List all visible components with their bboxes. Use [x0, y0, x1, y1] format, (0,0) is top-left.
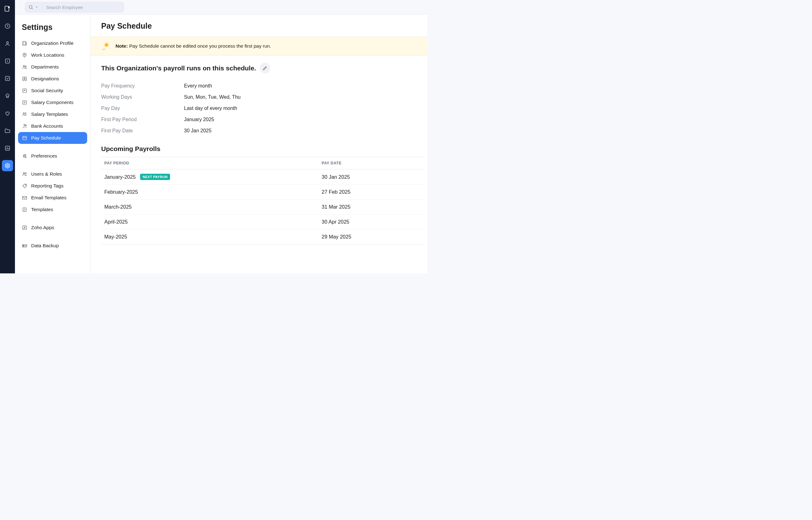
svg-point-17 [23, 113, 24, 114]
next-payrun-badge: NEXT PAYRUN [140, 174, 170, 180]
note-label: Note: [115, 43, 128, 49]
sidebar-item-label: Salary Templates [31, 111, 68, 117]
detail-label: Working Days [101, 94, 184, 100]
table-header: PAY PERIOD PAY DATE [101, 157, 424, 170]
sidebar-item-label: Bank Accounts [31, 123, 63, 129]
detail-row: First Pay Period January 2025 [101, 114, 417, 125]
search-input[interactable] [46, 5, 121, 10]
svg-point-19 [24, 124, 26, 126]
employees-icon[interactable] [2, 38, 13, 49]
svg-rect-5 [5, 76, 9, 80]
sidebar-item-zoho-apps[interactable]: Zoho Apps [18, 222, 87, 234]
pay-period: May-2025 [104, 234, 127, 240]
detail-row: Working Days Sun, Mon, Tue, Wed, Thu [101, 92, 417, 103]
note-text: Pay Schedule cannot be edited once you p… [129, 43, 271, 49]
documents-icon[interactable] [2, 125, 13, 136]
detail-label: Pay Frequency [101, 83, 184, 89]
svg-point-8 [29, 6, 32, 8]
sidebar-item-label: Data Backup [31, 243, 59, 249]
pay-date: 29 May 2025 [322, 234, 421, 240]
sidebar-item-social-security[interactable]: Social Security [18, 85, 87, 97]
svg-point-25 [23, 173, 25, 174]
pay-period: January-2025 [104, 174, 136, 180]
lightbulb-icon [101, 42, 110, 51]
sidebar-item-users-roles[interactable]: Users & Roles [18, 168, 87, 180]
sidebar-item-salary-templates[interactable]: Salary Templates [18, 108, 87, 120]
svg-rect-21 [23, 136, 26, 140]
sidebar-item-departments[interactable]: Departments [18, 61, 87, 73]
sidebar-item-organization-profile[interactable]: Organization Profile [18, 37, 87, 49]
sidebar-item-label: Organization Profile [31, 41, 74, 46]
sidebar-item-templates[interactable]: Templates [18, 204, 87, 215]
icon-rail [0, 0, 15, 274]
pay-period: February-2025 [104, 189, 138, 195]
table-row: March-202531 Mar 2025 [101, 200, 424, 214]
detail-row: Pay Day Last day of every month [101, 103, 417, 114]
svg-point-7 [7, 165, 8, 166]
sidebar-item-label: Users & Roles [31, 171, 62, 177]
sidebar-item-label: Social Security [31, 88, 63, 94]
payrolls-table: PAY PERIOD PAY DATE January-2025NEXT PAY… [101, 157, 424, 244]
svg-point-11 [23, 66, 25, 67]
sidebar-item-designations[interactable]: Designations [18, 73, 87, 85]
detail-value: 30 Jan 2025 [184, 128, 211, 134]
sidebar-item-label: Preferences [31, 153, 57, 159]
search-container[interactable] [25, 2, 124, 12]
sidebar-item-email-templates[interactable]: Email Templates [18, 192, 87, 204]
pay-period: April-2025 [104, 219, 128, 225]
detail-value: Every month [184, 83, 212, 89]
detail-row: First Pay Date 30 Jan 2025 [101, 125, 417, 136]
chevron-down-icon[interactable] [35, 6, 38, 9]
search-icon [28, 5, 33, 10]
app-logo-icon[interactable] [2, 3, 13, 14]
note-banner: Note: Pay Schedule cannot be edited once… [90, 37, 427, 55]
svg-point-12 [25, 66, 26, 67]
benefits-icon[interactable] [2, 108, 13, 119]
sidebar-item-label: Zoho Apps [31, 225, 54, 230]
sidebar-item-label: Templates [31, 207, 53, 212]
detail-value: Sun, Mon, Tue, Wed, Thu [184, 94, 241, 100]
svg-point-34 [23, 246, 24, 246]
approvals-icon[interactable] [2, 73, 13, 84]
table-row: January-2025NEXT PAYRUN30 Jan 2025 [101, 170, 424, 185]
sidebar-item-reporting-tags[interactable]: Reporting Tags [18, 180, 87, 192]
payruns-icon[interactable] [2, 55, 13, 67]
svg-point-14 [24, 78, 25, 79]
table-row: February-202527 Feb 2025 [101, 185, 424, 200]
table-row: April-202530 Apr 2025 [101, 214, 424, 230]
sidebar-item-pay-schedule[interactable]: Pay Schedule [18, 132, 87, 144]
svg-rect-15 [23, 89, 26, 93]
svg-point-1 [8, 6, 10, 8]
topbar [15, 0, 427, 15]
sidebar-item-label: Departments [31, 64, 59, 70]
detail-label: First Pay Period [101, 117, 184, 122]
svg-point-18 [25, 113, 26, 114]
col-pay-period: PAY PERIOD [104, 161, 322, 165]
loans-icon[interactable] [2, 90, 13, 102]
svg-point-10 [24, 54, 25, 55]
page-title: Pay Schedule [90, 15, 427, 37]
pencil-icon [262, 66, 267, 71]
reports-icon[interactable] [2, 142, 13, 154]
sidebar-item-data-backup[interactable]: Data Backup [18, 240, 87, 252]
sidebar-item-preferences[interactable]: Preferences [18, 150, 87, 162]
detail-value: Last day of every month [184, 106, 237, 111]
settings-icon[interactable] [2, 160, 13, 171]
pay-date: 30 Apr 2025 [322, 219, 421, 225]
pay-period: March-2025 [104, 204, 132, 210]
sidebar-item-label: Email Templates [31, 195, 66, 201]
sidebar-item-label: Designations [31, 76, 59, 82]
sidebar-item-label: Reporting Tags [31, 183, 63, 189]
edit-button[interactable] [260, 63, 270, 74]
sidebar-item-bank-accounts[interactable]: Bank Accounts [18, 120, 87, 132]
dashboard-icon[interactable] [2, 21, 13, 32]
svg-point-26 [25, 173, 26, 174]
svg-point-27 [25, 185, 26, 185]
sidebar-item-salary-components[interactable]: Salary Components [18, 97, 87, 108]
pay-date: 31 Mar 2025 [322, 204, 421, 210]
sidebar-item-label: Pay Schedule [31, 135, 61, 141]
detail-label: First Pay Date [101, 128, 184, 134]
svg-point-33 [23, 245, 24, 245]
detail-value: January 2025 [184, 117, 214, 122]
sidebar-item-work-locations[interactable]: Work Locations [18, 49, 87, 61]
